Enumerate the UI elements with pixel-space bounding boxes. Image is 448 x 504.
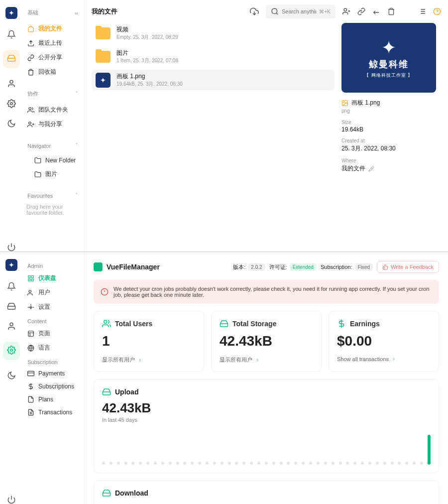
drive-icon — [102, 387, 111, 396]
collapse-sidebar-icon[interactable]: ‹‹ — [75, 10, 78, 16]
chevron-down-icon[interactable]: ˅ — [75, 142, 78, 149]
sidebar-item-transactions[interactable]: Transactions — [25, 406, 80, 419]
sidebar-item-recent[interactable]: 最近上传 — [25, 36, 80, 50]
move-icon[interactable] — [372, 7, 380, 15]
card-value: 1 — [102, 333, 196, 349]
sidebar-item-team[interactable]: 团队文件夹 — [25, 103, 80, 117]
sidebar-item-newfolder[interactable]: New Folder — [32, 154, 80, 167]
card-title: Earnings — [350, 320, 380, 328]
show-all-transactions-link[interactable]: Show all transactions — [337, 356, 431, 362]
sidebar-section-subscription: Subscription — [25, 355, 80, 367]
sidebar-item-label: 语言 — [38, 344, 50, 352]
sidebar-item-shared[interactable]: 与我分享 — [25, 117, 80, 131]
upload-chart — [102, 435, 431, 465]
sidebar-item-public[interactable]: 公开分享 — [25, 50, 80, 65]
card-title: Total Users — [115, 320, 152, 328]
sidebar-item-language[interactable]: 语言 — [25, 341, 80, 355]
file-row-folder[interactable]: 图片 1 Item, 25. 3月. 2022, 07:08 — [92, 46, 335, 67]
sidebar-item-users[interactable]: 用户 — [25, 285, 80, 300]
folder-icon — [96, 51, 111, 63]
link-icon[interactable] — [357, 7, 365, 15]
power-icon[interactable] — [7, 243, 16, 252]
bell-icon[interactable] — [7, 282, 16, 291]
chevron-down-icon[interactable]: ˅ — [75, 91, 78, 97]
sidebar-item-pictures[interactable]: 图片 — [32, 167, 80, 181]
storage-card: Total Storage 42.43kB 显示所有用户 — [211, 311, 322, 372]
user-plus-icon — [27, 121, 34, 128]
show-all-storage-link[interactable]: 显示所有用户 — [220, 356, 313, 364]
sidebar-item-label: 团队文件夹 — [38, 106, 68, 114]
sidebar-item-trash[interactable]: 回收箱 — [25, 65, 80, 79]
sidebar-section-collab: 协作 ˅ — [25, 88, 80, 100]
admin-rail: ✦ — [0, 252, 22, 504]
help-icon[interactable] — [433, 7, 441, 15]
chevron-right-icon — [255, 358, 260, 363]
drive-icon — [102, 489, 111, 498]
admin-sidebar: Admin 仪表盘 用户 设置 Content 页面 语言 Subscripti… — [22, 252, 84, 504]
chevron-down-icon[interactable]: ˅ — [75, 192, 78, 199]
search-icon — [271, 7, 279, 15]
file-name: 视频 — [116, 25, 178, 34]
user-icon[interactable] — [7, 79, 16, 88]
version-info: 版本: 2.0.2 — [233, 263, 265, 271]
sidebar-item-dashboard[interactable]: 仪表盘 — [25, 271, 80, 285]
svg-rect-11 — [28, 331, 34, 336]
drive-icon[interactable] — [7, 54, 16, 63]
sidebar-item-label: 与我分享 — [38, 120, 62, 128]
power-icon[interactable] — [7, 495, 16, 504]
svg-point-1 — [272, 8, 277, 14]
trash-icon — [27, 69, 34, 76]
feedback-button[interactable]: Write a Feedback — [377, 261, 439, 273]
settings-icon[interactable] — [7, 99, 16, 108]
user-icon[interactable] — [7, 322, 16, 331]
image-thumbnail-icon: ✦ — [96, 73, 111, 88]
alert-icon — [101, 288, 109, 296]
edit-icon[interactable] — [368, 166, 374, 172]
file-text-icon — [27, 409, 34, 416]
panel-title: Upload — [115, 388, 138, 396]
sidebar-item-label: New Folder — [45, 157, 76, 164]
sidebar-section-basic: 基础 ‹‹ — [25, 7, 80, 18]
link-icon — [27, 54, 34, 61]
image-icon — [341, 100, 348, 107]
file-preview: ✦ 鲸曼科维 【 网络科技工作室 】 — [341, 23, 436, 93]
cloud-download-icon[interactable] — [250, 7, 259, 16]
main-panel: 我的文件 ⌘+K 视频 Empty, 25. 3 — [84, 0, 448, 252]
file-row-folder[interactable]: 视频 Empty, 25. 3月. 2022, 08:29 — [92, 23, 335, 43]
trash-icon[interactable] — [387, 7, 395, 15]
layout-icon — [27, 330, 34, 337]
sidebar-item-payments[interactable]: Payments — [25, 367, 80, 380]
bell-icon[interactable] — [7, 30, 16, 39]
search-input[interactable]: ⌘+K — [266, 4, 336, 18]
drive-icon[interactable] — [7, 302, 16, 311]
search-shortcut: ⌘+K — [319, 9, 331, 14]
svg-rect-6 — [28, 275, 30, 277]
thumbs-up-icon — [382, 264, 388, 270]
file-name: 图片 — [116, 49, 178, 57]
sidebar-item-pages[interactable]: 页面 — [25, 326, 80, 341]
preview-sub: 【 网络科技工作室 】 — [364, 72, 413, 79]
user-plus-icon[interactable] — [342, 7, 350, 15]
details-size-label: Size — [341, 120, 441, 125]
sidebar-item-plans[interactable]: Plans — [25, 393, 80, 406]
sidebar-item-label: 回收箱 — [38, 68, 56, 76]
sidebar-item-my-files[interactable]: 我的文件 — [25, 21, 80, 36]
svg-rect-8 — [31, 279, 33, 281]
moon-icon[interactable] — [7, 119, 16, 128]
search-field[interactable] — [282, 8, 316, 14]
sidebar-item-settings[interactable]: 设置 — [25, 300, 80, 314]
list-view-icon[interactable] — [418, 7, 426, 15]
moon-icon[interactable] — [7, 371, 16, 380]
show-all-users-link[interactable]: 显示所有用户 — [102, 356, 196, 364]
preview-title: 鲸曼科维 — [369, 58, 409, 70]
users-card: Total Users 1 显示所有用户 — [94, 311, 204, 372]
svg-rect-9 — [28, 279, 30, 281]
sidebar-item-label: Transactions — [38, 409, 72, 416]
sidebar-item-label: 仪表盘 — [38, 274, 56, 282]
file-row-image[interactable]: ✦ 画板 1.png 19.64kB, 25. 3月. 2022, 08:30 — [92, 70, 335, 90]
sidebar-item-subscriptions[interactable]: Subscriptions — [25, 380, 80, 393]
chevron-right-icon — [391, 357, 396, 362]
sidebar-item-label: 公开分享 — [38, 53, 62, 62]
settings-icon[interactable] — [7, 346, 16, 355]
dollar-icon — [337, 319, 346, 328]
